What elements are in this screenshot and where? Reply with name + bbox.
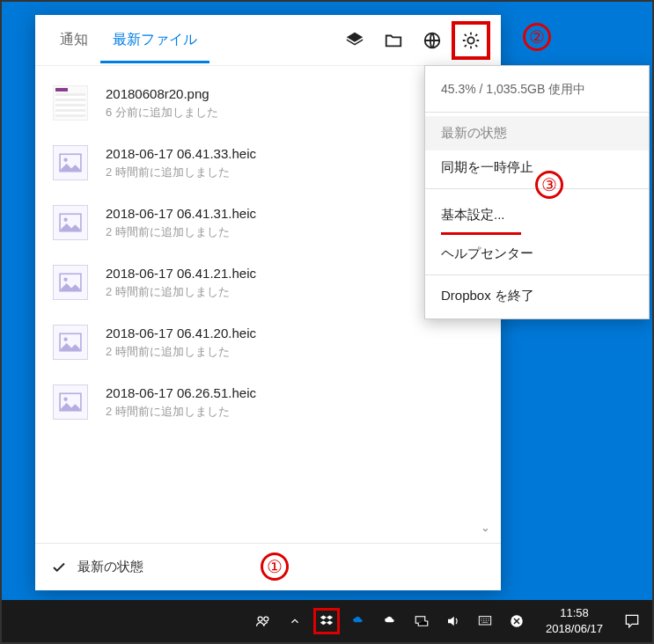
check-icon [51,560,67,575]
status-text: 最新の状態 [77,559,143,575]
file-item[interactable]: 2018-06-17 06.41.20.heic 2 時間前に追加しました [35,312,501,372]
tab-recent-files[interactable]: 最新ファイル [100,17,209,63]
globe-icon[interactable] [413,21,452,60]
close-circle-icon[interactable] [503,608,530,634]
cloud-icon[interactable] [377,608,403,634]
action-center-icon[interactable] [619,608,645,634]
file-subtext: 2 時間前に追加しました [106,404,483,420]
file-thumbnail-image [53,384,88,420]
windows-taskbar: 11:58 2018/06/17 [2,600,652,642]
file-thumbnail-image [53,325,88,360]
file-thumbnail-image [53,265,88,300]
file-thumbnail-png [53,85,88,121]
file-item[interactable]: 2018-06-17 06.26.51.heic 2 時間前に追加しました [35,372,501,432]
network-icon[interactable] [408,608,435,634]
scroll-down-icon[interactable]: ⌄ [481,521,490,534]
system-tray: 11:58 2018/06/17 [250,605,645,637]
annotation-two: ② [523,23,551,51]
tray-expand-icon[interactable] [282,608,308,634]
svg-point-4 [63,218,67,222]
svg-point-6 [63,278,67,282]
gear-icon[interactable] [452,21,490,60]
file-thumbnail-image [53,145,88,180]
svg-point-2 [63,158,67,162]
file-name: 2018-06-17 06.26.51.heic [106,385,483,400]
svg-point-12 [264,617,268,621]
onedrive-icon[interactable] [345,608,371,634]
tab-notifications[interactable]: 通知 [48,17,100,63]
volume-icon[interactable] [440,608,467,634]
dropbox-tray-icon[interactable] [313,608,340,634]
folder-icon[interactable] [374,21,413,60]
layers-icon[interactable] [335,21,374,60]
menu-help-center[interactable]: ヘルプセンター [425,237,649,271]
file-subtext: 2 時間前に追加しました [106,344,483,360]
annotation-one: ① [261,553,289,581]
file-thumbnail-image [53,205,88,240]
svg-point-8 [63,338,67,341]
people-icon[interactable] [250,608,276,634]
svg-point-11 [258,617,262,621]
svg-point-10 [63,398,67,401]
menu-quit-dropbox[interactable]: Dropbox を終了 [425,279,649,313]
panel-header: 通知 最新ファイル [35,15,501,66]
annotation-three: ③ [535,171,563,199]
svg-rect-14 [479,617,490,625]
menu-preferences[interactable]: 基本設定... [441,198,521,235]
file-name: 2018-06-17 06.41.20.heic [106,326,483,340]
taskbar-clock[interactable]: 11:58 2018/06/17 [535,605,614,637]
ime-icon[interactable] [472,608,498,634]
clock-date: 2018/06/17 [546,621,603,637]
clock-time: 11:58 [546,605,603,621]
menu-sync-state: 最新の状態 [425,116,649,150]
menu-usage: 45.3% / 1,035.5GB 使用中 [425,71,649,108]
